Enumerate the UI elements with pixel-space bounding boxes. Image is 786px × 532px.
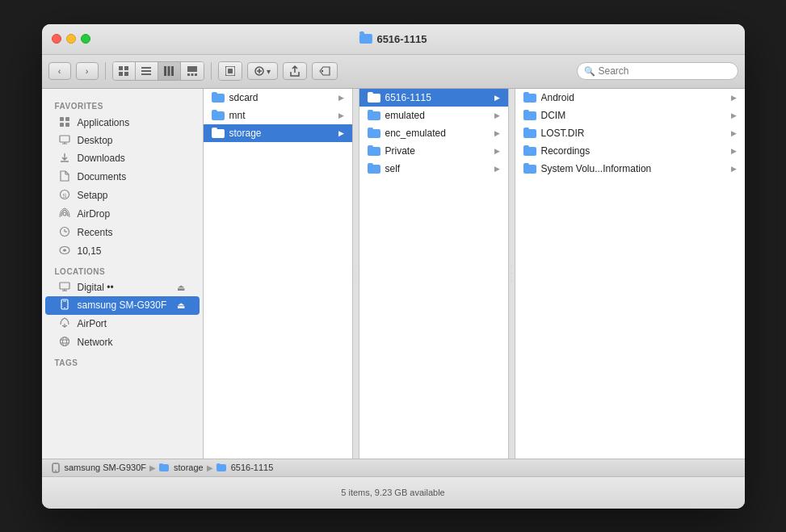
recents-label: Recents [78,227,187,238]
list-item[interactable]: mnt ▶ [204,107,352,124]
folder-icon [212,128,225,138]
svg-point-42 [64,307,65,308]
svg-rect-38 [60,283,69,289]
minimize-button[interactable] [66,34,76,44]
svg-rect-7 [164,66,166,76]
traffic-lights [52,34,90,44]
breadcrumb-storage[interactable]: storage [159,463,204,472]
list-item[interactable]: Recordings ▶ [515,142,745,160]
svg-rect-21 [65,117,69,121]
disk-label: 10,15 [78,245,187,257]
action-button[interactable]: ▾ [247,62,278,80]
sidebar-item-setapp[interactable]: S Setapp [45,186,200,205]
view-gallery-button[interactable] [181,62,204,80]
chevron-right-icon: ▶ [338,94,344,102]
list-item[interactable]: Private ▶ [359,142,508,160]
samsung-label: samsung SM-G930F [78,300,169,311]
chevron-right-icon: ▶ [731,111,737,119]
list-item[interactable]: enc_emulated ▶ [359,124,508,142]
titlebar: 6516-1115 [42,24,745,55]
downloads-label: Downloads [78,153,187,164]
folder-icon [368,163,380,174]
setapp-label: Setapp [78,190,187,201]
sidebar-item-desktop[interactable]: Desktop [45,132,200,149]
svg-text:S: S [62,192,66,199]
share-group [218,61,242,81]
chevron-right-icon: ▶ [731,147,737,155]
file-name: sdcard [229,92,334,103]
column-divider-2[interactable]: ··· [509,89,515,459]
sidebar-item-airdrop[interactable]: AirDrop [45,205,200,224]
file-name: Recordings [541,145,726,157]
digital-label: Digital •• [78,282,169,293]
svg-point-44 [60,337,69,346]
documents-icon [58,170,71,184]
digital-eject-button[interactable]: ⏏ [175,283,187,293]
list-item[interactable]: System Volu...Information ▶ [515,160,745,178]
sidebar-item-samsung[interactable]: samsung SM-G930F ⏏ [45,296,200,315]
list-item[interactable]: self ▶ [359,160,508,178]
sidebar-item-recents[interactable]: Recents [45,224,200,242]
list-item[interactable]: emulated ▶ [359,107,508,124]
finder-window: 6516-1115 ‹ › [42,24,745,509]
list-item[interactable]: Android ▶ [515,89,745,107]
breadcrumb-sep-2: ▶ [207,463,213,472]
chevron-right-icon: ▶ [494,147,500,155]
share-button[interactable] [283,62,307,80]
folder-icon [368,145,380,156]
file-name: LOST.DIR [541,128,726,139]
sidebar-item-applications[interactable]: Applications [45,114,200,132]
sidebar-item-disk[interactable]: 10,15 [45,242,200,261]
list-item[interactable]: DCIM ▶ [515,107,745,124]
column-divider-1[interactable]: ··· [353,89,359,459]
breadcrumb-bar: samsung SM-G930F ▶ storage ▶ 6516-1115 [42,459,745,476]
network-icon [58,336,71,350]
tag-button[interactable] [312,62,338,80]
forward-button[interactable]: › [76,62,99,80]
folder-icon [523,92,536,103]
search-box[interactable]: 🔍 [577,62,738,80]
sidebar-item-documents[interactable]: Documents [45,168,200,186]
downloads-icon [58,152,71,165]
folder-icon [523,128,536,138]
sidebar-item-downloads[interactable]: Downloads [45,149,200,168]
sidebar-item-digital[interactable]: Digital •• ⏏ [45,279,200,296]
chevron-right-icon: ▶ [494,165,500,173]
back-button[interactable]: ‹ [48,62,71,80]
list-item[interactable]: storage ▶ [204,124,352,142]
sidebar-item-airport[interactable]: AirPort [45,315,200,333]
folder-icon [212,92,225,103]
file-name: Android [541,92,726,103]
file-name: enc_emulated [385,128,490,139]
breadcrumb-6516-label: 6516-1115 [231,463,274,472]
file-name: self [385,163,490,174]
list-item[interactable]: sdcard ▶ [204,89,352,107]
view-icon-button[interactable] [113,62,136,80]
svg-point-49 [55,470,56,471]
close-button[interactable] [52,34,61,44]
samsung-eject-button[interactable]: ⏏ [175,300,187,311]
desktop-label: Desktop [78,135,187,146]
toolbar-separator-2 [211,62,212,80]
file-name: storage [229,128,334,139]
airport-icon [58,317,71,331]
samsung-icon [58,299,71,312]
toolbar-separator-1 [105,62,106,80]
breadcrumb-samsung[interactable]: samsung SM-G930F [52,463,146,473]
file-name: Private [385,145,490,157]
svg-rect-3 [124,72,128,76]
recents-icon [58,226,71,240]
list-item[interactable]: 6516-1115 ▶ [359,89,508,107]
breadcrumb-6516[interactable]: 6516-1115 [216,463,274,472]
column-1: sdcard ▶ mnt ▶ storage ▶ [204,89,353,459]
list-item[interactable]: LOST.DIR ▶ [515,124,745,142]
share-options-group[interactable] [219,62,242,80]
sidebar-item-network[interactable]: Network [45,333,200,352]
main-content: Favorites Applications Desktop Downloads [42,89,745,459]
view-list-button[interactable] [136,62,158,80]
svg-rect-8 [168,66,170,76]
search-input[interactable] [599,65,731,77]
view-column-button[interactable] [158,62,181,80]
maximize-button[interactable] [81,34,90,44]
tags-header: Tags [42,352,203,371]
